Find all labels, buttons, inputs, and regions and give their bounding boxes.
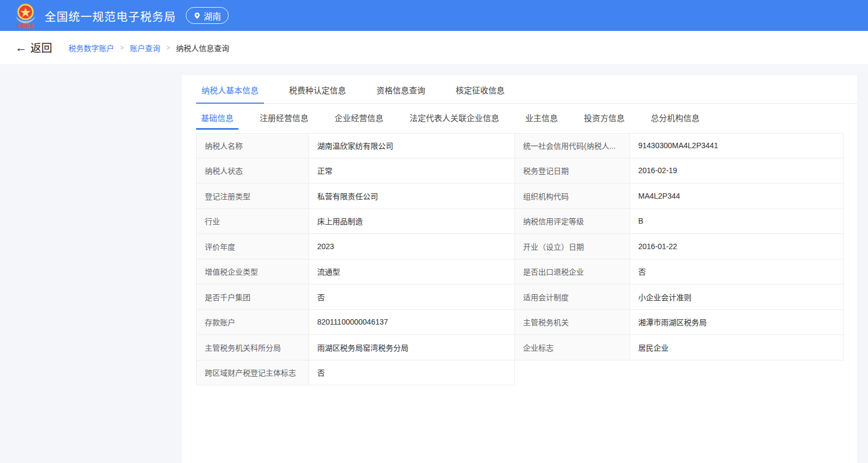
info-table: 纳税人名称湖南温欣家纺有限公司统一社会信用代码(纳税人...91430300MA… xyxy=(196,133,844,385)
app-title: 全国统一规范电子税务局 xyxy=(45,8,176,24)
info-label-cell: 纳税信用评定等级 xyxy=(515,209,630,234)
info-label-cell: 主管税务机关科所分局 xyxy=(196,335,309,360)
sub-tab-4[interactable]: 业主信息 xyxy=(520,112,563,130)
info-label-cell: 企业标志 xyxy=(515,335,630,360)
app-header: 中国税务 全国统一规范电子税务局 湖南 xyxy=(0,0,868,31)
logo-caption: 中国税务 xyxy=(17,23,35,29)
info-value-cell: 正常 xyxy=(309,158,515,184)
info-label-cell: 行业 xyxy=(196,209,309,234)
info-value-cell: 2016-02-19 xyxy=(630,158,844,184)
sub-tab-5[interactable]: 投资方信息 xyxy=(579,112,630,130)
breadcrumb-link[interactable]: 账户查询 xyxy=(130,42,160,53)
info-value-cell: 私营有限责任公司 xyxy=(309,183,515,209)
sub-tab-2[interactable]: 企业经营信息 xyxy=(330,112,388,130)
info-value-cell: 居民企业 xyxy=(630,335,844,360)
info-value-cell: 湘潭市雨湖区税务局 xyxy=(630,310,844,335)
info-value-cell: B xyxy=(630,209,844,234)
info-label-cell: 是否出口退税企业 xyxy=(515,259,630,285)
info-value-cell: 湖南温欣家纺有限公司 xyxy=(309,133,515,158)
sub-tab-1[interactable]: 注册经营信息 xyxy=(255,112,313,130)
info-label-cell: 纳税人状态 xyxy=(196,158,309,184)
info-value-cell: MA4L2P344 xyxy=(630,183,844,209)
main-tab-2[interactable]: 资格信息查询 xyxy=(371,84,431,104)
main-tab-0[interactable]: 纳税人基本信息 xyxy=(196,84,264,104)
info-label-cell: 是否千户集团 xyxy=(196,284,309,310)
info-value-cell: 2016-01-22 xyxy=(630,234,844,259)
info-value-cell: 小企业会计准则 xyxy=(630,284,844,310)
info-label-cell: 纳税人名称 xyxy=(196,133,309,158)
back-button[interactable]: ← 返回 xyxy=(15,40,52,55)
sub-tab-6[interactable]: 总分机构信息 xyxy=(646,112,705,130)
info-label-cell: 组织机构代码 xyxy=(515,183,630,209)
page-body: 纳税人基本信息税费种认定信息资格信息查询核定征收信息 基础信息注册经营信息企业经… xyxy=(0,64,868,463)
sub-tab-0[interactable]: 基础信息 xyxy=(196,112,238,130)
info-label-cell: 主管税务机关 xyxy=(515,310,630,335)
info-label-cell: 登记注册类型 xyxy=(196,183,309,209)
main-tab-1[interactable]: 税费种认定信息 xyxy=(284,84,351,104)
sub-tabs: 基础信息注册经营信息企业经营信息法定代表人关联企业信息业主信息投资方信息总分机构… xyxy=(196,112,857,130)
info-value-cell: 床上用品制造 xyxy=(309,209,515,234)
info-label-cell: 开业（设立）日期 xyxy=(515,234,630,259)
sub-tab-3[interactable]: 法定代表人关联企业信息 xyxy=(405,112,504,130)
breadcrumb-current: 纳税人信息查询 xyxy=(176,42,229,53)
content-panel: 纳税人基本信息税费种认定信息资格信息查询核定征收信息 基础信息注册经营信息企业经… xyxy=(182,75,857,463)
china-tax-emblem-icon: 中国税务 xyxy=(14,3,37,29)
breadcrumb-separator: > xyxy=(166,44,170,52)
info-value-cell: 否 xyxy=(309,360,515,386)
info-value-cell: 否 xyxy=(630,259,844,285)
left-arrow-icon: ← xyxy=(15,42,27,54)
info-value-cell: 91430300MA4L2P3441 xyxy=(630,133,844,158)
breadcrumb-separator: > xyxy=(120,44,124,52)
main-tab-3[interactable]: 核定征收信息 xyxy=(450,84,510,104)
info-label-cell: 跨区域财产税登记主体标志 xyxy=(196,360,309,386)
info-value-cell: 流通型 xyxy=(309,259,515,285)
region-switcher[interactable]: 湖南 xyxy=(186,7,229,24)
info-label-cell: 统一社会信用代码(纳税人... xyxy=(515,133,630,158)
info-value-cell: 82011100000046137 xyxy=(309,310,515,335)
info-value-cell: 否 xyxy=(309,284,515,310)
breadcrumb-link[interactable]: 税务数字账户 xyxy=(68,42,114,53)
region-label: 湖南 xyxy=(204,9,221,22)
empty-cell xyxy=(515,360,630,386)
back-label: 返回 xyxy=(30,40,52,55)
breadcrumb: 税务数字账户>账户查询>纳税人信息查询 xyxy=(68,42,229,53)
info-label-cell: 评价年度 xyxy=(196,234,309,259)
empty-cell xyxy=(630,360,844,386)
info-label-cell: 适用会计制度 xyxy=(515,284,630,310)
breadcrumb-bar: ← 返回 税务数字账户>账户查询>纳税人信息查询 xyxy=(0,31,868,64)
info-value-cell: 2023 xyxy=(309,234,515,259)
info-label-cell: 存款账户 xyxy=(196,310,309,335)
main-tabs: 纳税人基本信息税费种认定信息资格信息查询核定征收信息 xyxy=(196,75,857,104)
info-label-cell: 增值税企业类型 xyxy=(196,259,309,285)
info-value-cell: 雨湖区税务局窑湾税务分局 xyxy=(309,335,515,360)
info-label-cell: 税务登记日期 xyxy=(515,158,630,184)
location-pin-icon xyxy=(193,11,201,20)
